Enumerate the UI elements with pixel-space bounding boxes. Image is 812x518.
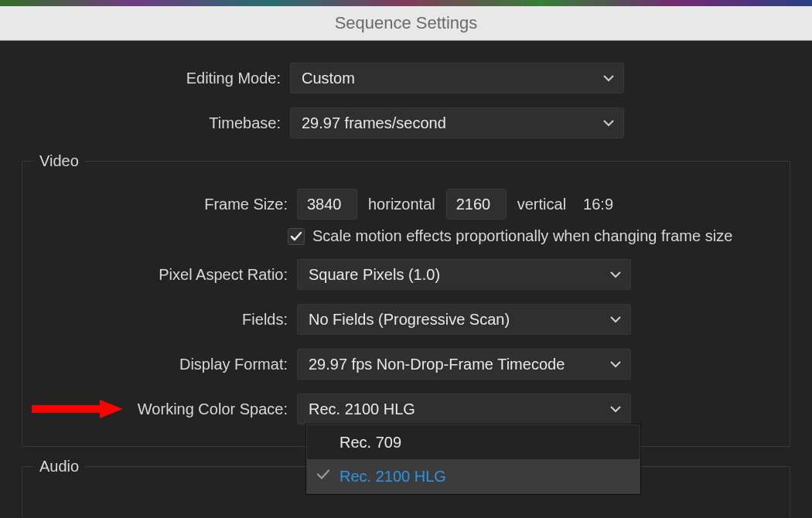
audio-legend: Audio	[33, 458, 85, 475]
chevron-down-icon	[610, 405, 621, 413]
editing-mode-label: Editing Mode:	[15, 70, 290, 87]
chevron-down-icon	[610, 315, 621, 323]
timebase-value: 29.97 frames/second	[302, 114, 446, 132]
color-space-select[interactable]: Rec. 2100 HLG	[297, 394, 631, 424]
color-space-option-rec2100hlg[interactable]: Rec. 2100 HLG	[307, 459, 640, 493]
row-fields: Fields: No Fields (Progressive Scan)	[22, 304, 790, 335]
video-group: Video Frame Size: 3840 horizontal 2160 v…	[22, 152, 790, 447]
aspect-display: 16:9	[583, 196, 613, 213]
frame-height-unit: vertical	[517, 196, 566, 213]
scale-checkbox[interactable]	[288, 228, 305, 245]
chevron-down-icon	[603, 74, 614, 82]
frame-width-unit: horizontal	[368, 196, 435, 213]
color-space-value: Rec. 2100 HLG	[309, 400, 415, 418]
row-scale-checkbox: Scale motion effects proportionally when…	[297, 227, 790, 245]
par-label: Pixel Aspect Ratio:	[22, 266, 297, 284]
row-display-format: Display Format: 29.97 fps Non-Drop-Frame…	[22, 349, 790, 380]
fields-select[interactable]: No Fields (Progressive Scan)	[297, 304, 631, 335]
fields-label: Fields:	[22, 311, 297, 329]
color-space-option-rec709[interactable]: Rec. 709	[307, 425, 640, 459]
scale-checkbox-label: Scale motion effects proportionally when…	[312, 227, 732, 245]
chevron-down-icon	[603, 119, 614, 127]
check-icon	[316, 468, 330, 486]
fields-value: No Fields (Progressive Scan)	[309, 311, 510, 329]
editing-mode-select[interactable]: Custom	[290, 63, 624, 94]
par-value: Square Pixels (1.0)	[309, 266, 440, 284]
settings-panel: Editing Mode: Custom Timebase: 29.97 fra…	[0, 41, 812, 518]
editing-mode-value: Custom	[302, 70, 355, 87]
timebase-label: Timebase:	[15, 114, 290, 132]
svg-marker-1	[100, 400, 123, 418]
color-space-dropdown: Rec. 709 Rec. 2100 HLG	[306, 424, 640, 494]
frame-height-input[interactable]: 2160	[446, 189, 507, 220]
frame-width-input[interactable]: 3840	[297, 189, 357, 220]
chevron-down-icon	[610, 360, 621, 368]
video-legend: Video	[33, 152, 85, 170]
row-frame-size: Frame Size: 3840 horizontal 2160 vertica…	[22, 189, 790, 220]
row-par: Pixel Aspect Ratio: Square Pixels (1.0)	[22, 259, 790, 290]
chevron-down-icon	[610, 271, 621, 278]
row-editing-mode: Editing Mode: Custom	[15, 63, 797, 94]
decorative-banner	[0, 0, 812, 6]
annotation-arrow-icon	[32, 399, 123, 419]
window-titlebar: Sequence Settings	[0, 6, 812, 41]
display-format-select[interactable]: 29.97 fps Non-Drop-Frame Timecode	[297, 349, 631, 380]
row-timebase: Timebase: 29.97 frames/second	[15, 107, 797, 138]
timebase-select[interactable]: 29.97 frames/second	[290, 107, 624, 138]
display-format-label: Display Format:	[22, 356, 297, 373]
display-format-value: 29.97 fps Non-Drop-Frame Timecode	[309, 356, 565, 373]
window-title: Sequence Settings	[335, 13, 478, 33]
frame-size-label: Frame Size:	[22, 196, 297, 213]
row-color-space: Working Color Space: Rec. 2100 HLG Rec. …	[22, 394, 790, 424]
par-select[interactable]: Square Pixels (1.0)	[297, 259, 631, 290]
